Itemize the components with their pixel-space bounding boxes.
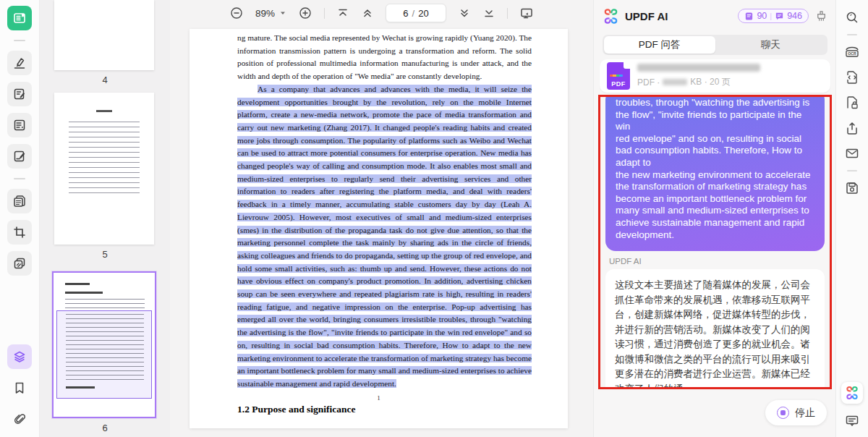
thumbnail-page-5[interactable]: [54, 93, 154, 245]
tab-chat[interactable]: 聊天: [715, 36, 827, 54]
protect-icon: [844, 95, 860, 111]
layers-button[interactable]: [7, 344, 32, 369]
zoom-in-button[interactable]: [298, 6, 312, 20]
ocr-icon: OCR: [843, 43, 861, 61]
file-meta-suffix: KB · 20 页: [690, 76, 730, 88]
pdf-file-icon-label: PDF: [607, 80, 630, 88]
highlighter-icon: [12, 56, 27, 70]
toolbar-divider: [324, 8, 325, 19]
toolbar-divider: [847, 34, 857, 35]
clear-chat-button[interactable]: [814, 9, 828, 23]
last-page-button[interactable]: [482, 7, 495, 20]
form-button[interactable]: [7, 113, 32, 137]
page-folio: 1: [190, 394, 568, 402]
thumbnail-page-6[interactable]: [52, 271, 156, 418]
reader-mode-button[interactable]: [7, 6, 32, 30]
thumbnail-panel: 4 5 6: [40, 0, 170, 437]
file-title-redacted: [637, 64, 760, 72]
updf-ai-logo-icon: [845, 386, 859, 400]
save-button[interactable]: [842, 178, 862, 198]
section-heading: 1.2 Purpose and significance: [237, 403, 532, 416]
highlighted-response-region: troubles, through "watching the advertis…: [598, 95, 832, 389]
convert-button[interactable]: [842, 67, 862, 88]
thumb-text-lines: [66, 314, 144, 382]
copy-pages-button[interactable]: [7, 251, 32, 276]
search-button[interactable]: [842, 7, 862, 27]
page-separator: /: [412, 8, 415, 19]
updf-ai-floating-button[interactable]: [841, 382, 863, 404]
organize-pages-button[interactable]: [7, 189, 32, 213]
file-meta: PDF · KB · 20 页: [637, 76, 823, 88]
mail-button[interactable]: [842, 143, 862, 164]
caret-down-icon: [279, 9, 286, 17]
thumb-text-lines: [65, 299, 145, 310]
crop-icon: [12, 225, 27, 239]
ai-answer-label: UPDF AI: [609, 257, 830, 266]
mail-icon: [844, 145, 860, 161]
pdf-page[interactable]: ng mature. The social media represented …: [190, 29, 568, 428]
next-page-button[interactable]: [458, 7, 471, 20]
crop-button[interactable]: [7, 220, 32, 245]
sign-button[interactable]: [7, 144, 32, 169]
thumb-heading-bar: [65, 292, 103, 294]
zoom-out-button[interactable]: [229, 6, 244, 20]
stop-button[interactable]: 停止: [765, 400, 827, 425]
toolbar-divider: [14, 178, 25, 179]
paperclip-icon: [12, 412, 27, 426]
thumb-selection-box: [56, 310, 152, 399]
search-icon: [845, 10, 859, 25]
layers-icon: [12, 349, 27, 364]
quota-separator: |: [770, 12, 772, 20]
highlighted-text[interactable]: As a company that advances and advances …: [237, 85, 532, 388]
ai-tabs: PDF 问答 聊天: [603, 35, 827, 55]
ocr-button[interactable]: OCR: [842, 42, 862, 62]
right-toolbar: OCR: [835, 0, 868, 437]
page-number-input[interactable]: 6 / 20: [386, 4, 446, 22]
pdf-file-icon: PDF: [607, 62, 630, 90]
pdf-viewer: 89% 6 / 20 ng mature. The social media r…: [170, 0, 593, 437]
page-total: 20: [418, 8, 428, 19]
comment-bubble-icon: [844, 413, 860, 429]
save-icon: [844, 180, 860, 196]
toolbar-divider: [507, 8, 508, 19]
attachment-button[interactable]: [7, 407, 32, 431]
chat-quota-count: 946: [787, 11, 802, 21]
updf-ai-logo-icon: [603, 8, 619, 25]
document-quota-icon: [744, 12, 754, 21]
comment-button[interactable]: [7, 82, 32, 106]
updf-ai-panel: UPDF AI 90 | 946 PDF 问答 聊天 PDF: [593, 0, 835, 437]
ai-quota-badge[interactable]: 90 | 946: [738, 9, 809, 23]
prev-page-button[interactable]: [361, 7, 374, 20]
bookmark-button[interactable]: [7, 376, 32, 400]
stop-button-label: 停止: [795, 407, 815, 420]
thumbnail-label: 6: [40, 423, 170, 433]
viewer-toolbar: 89% 6 / 20: [170, 0, 593, 26]
toolbar-divider: [14, 40, 25, 41]
reader-icon: [12, 11, 27, 25]
share-icon: [844, 120, 860, 136]
form-icon: [12, 118, 27, 132]
thumb-heading-bar: [65, 283, 90, 285]
thumbnail-page-4[interactable]: [54, 0, 154, 70]
chat-quota-icon: [775, 12, 784, 21]
paragraph-intro: ng mature. The social media represented …: [237, 33, 532, 80]
updf-app-window: 4 5 6 89%: [0, 0, 868, 437]
tab-pdf-qa[interactable]: PDF 问答: [604, 36, 715, 54]
file-meta-prefix: PDF ·: [637, 77, 660, 88]
highlight-button[interactable]: [7, 51, 32, 75]
first-page-button[interactable]: [336, 7, 349, 20]
zoom-level-dropdown[interactable]: 89%: [255, 8, 286, 19]
file-card[interactable]: PDF PDF · KB · 20 页: [600, 59, 830, 93]
presentation-button[interactable]: [519, 6, 534, 20]
convert-icon: [844, 69, 860, 85]
protect-button[interactable]: [842, 93, 862, 113]
page-current: 6: [403, 8, 408, 19]
file-info: PDF · KB · 20 页: [637, 64, 823, 88]
ai-panel-header: UPDF AI 90 | 946: [594, 0, 835, 32]
share-button[interactable]: [842, 118, 862, 138]
toc-title-bar: [96, 110, 112, 112]
document-quota-count: 90: [757, 11, 767, 21]
feedback-button[interactable]: [842, 411, 862, 431]
toc-lines: [69, 122, 140, 198]
svg-text:OCR: OCR: [848, 51, 856, 56]
